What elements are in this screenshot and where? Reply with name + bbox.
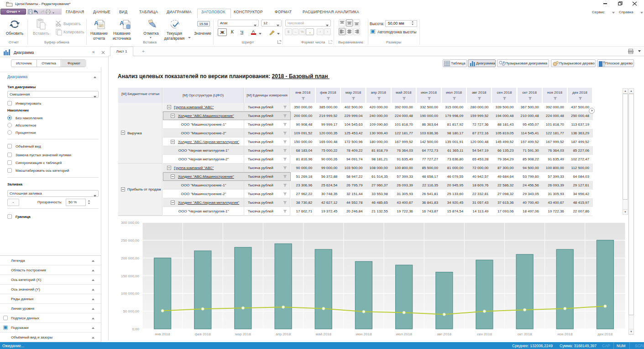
- svg-text:ноя 2018: ноя 2018: [557, 332, 573, 336]
- svg-text:мар 2018: мар 2018: [235, 332, 251, 336]
- svg-text:A: A: [120, 20, 124, 26]
- svg-text:янв 2018: янв 2018: [155, 332, 171, 336]
- svg-text:авг 2018: авг 2018: [437, 332, 451, 336]
- svg-text:сен 2018: сен 2018: [477, 332, 492, 336]
- svg-text:окт 2018: окт 2018: [518, 332, 532, 336]
- svg-text:A: A: [94, 20, 99, 26]
- svg-text:300 000,00: 300 000,00: [121, 221, 140, 225]
- svg-text:май 2018: май 2018: [316, 332, 332, 336]
- svg-text:100 000,00: 100 000,00: [121, 291, 140, 296]
- svg-text:апр 2018: апр 2018: [276, 332, 291, 336]
- svg-text:фев 2018: фев 2018: [195, 332, 211, 336]
- svg-text:250 000,00: 250 000,00: [121, 238, 140, 243]
- svg-text:июн 2018: июн 2018: [356, 332, 372, 336]
- svg-text:50 000,00: 50 000,00: [123, 309, 139, 313]
- svg-text:200 000,00: 200 000,00: [121, 256, 140, 260]
- svg-text:июл 2018: июл 2018: [396, 332, 413, 336]
- svg-text:150 000,00: 150 000,00: [121, 274, 140, 278]
- svg-text:дек 2018: дек 2018: [598, 332, 613, 336]
- svg-text:0,00: 0,00: [132, 327, 139, 331]
